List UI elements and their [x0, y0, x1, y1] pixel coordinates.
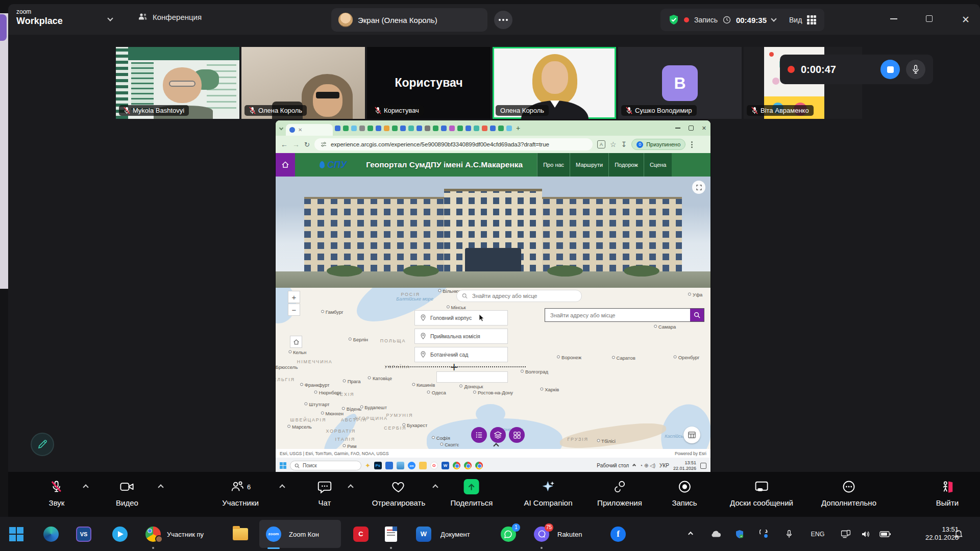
browser-close-button[interactable]: ✕: [702, 125, 706, 132]
browser-tab-favicon[interactable]: [335, 126, 340, 131]
back-icon[interactable]: ←: [281, 140, 288, 148]
place-item-main-building[interactable]: Головний корпус: [414, 310, 508, 325]
desktop-label[interactable]: Рабочий стол: [597, 463, 629, 468]
browser-tab-favicon[interactable]: [400, 126, 406, 131]
chrome-window-label[interactable]: Участник пу: [167, 530, 204, 538]
participant-tile[interactable]: Mykola Bashtovyi: [116, 47, 239, 119]
audio-button[interactable]: Звук: [49, 479, 65, 507]
opera-icon[interactable]: O: [430, 462, 438, 469]
annotation-pencil-button[interactable]: [31, 433, 54, 456]
volume-icon[interactable]: [861, 530, 870, 538]
leave-button[interactable]: Выйти: [936, 479, 959, 507]
start-button[interactable]: [9, 527, 23, 541]
map-area[interactable]: РОСІЯВільнюсМінськБалтійське мореГамбург…: [276, 288, 710, 449]
notification-icon[interactable]: [700, 463, 706, 469]
more-button[interactable]: Дополнительно: [821, 479, 876, 507]
place-item-admissions[interactable]: Приймальна комісія: [414, 329, 508, 344]
zoom-app-icon[interactable]: zoom: [266, 527, 281, 542]
taskbar-clock[interactable]: 13:51 22.01.2026: [925, 525, 959, 543]
browser-tab-favicon[interactable]: [384, 126, 389, 131]
map-home-button[interactable]: [290, 336, 302, 348]
browser-tab-favicon[interactable]: [441, 126, 447, 131]
copilot-icon[interactable]: ✦: [365, 462, 371, 469]
legend-button[interactable]: [471, 427, 487, 443]
download-icon[interactable]: ↧: [621, 140, 627, 148]
layers-button[interactable]: [490, 427, 506, 443]
word-icon[interactable]: W: [416, 527, 431, 542]
react-options-chevron-icon[interactable]: [432, 484, 438, 490]
zoom-app-icon[interactable]: zm: [408, 462, 415, 469]
browser-tab-favicon[interactable]: [408, 126, 414, 131]
zoom-out-button[interactable]: −: [288, 304, 300, 316]
workspace-chevron-icon[interactable]: [107, 15, 113, 21]
view-grid-icon[interactable]: [807, 15, 816, 24]
browser-tab-favicon[interactable]: [376, 126, 381, 131]
browser-tab-favicon[interactable]: [392, 126, 398, 131]
video-options-chevron-icon[interactable]: [158, 484, 163, 490]
chrome-icon[interactable]: [464, 462, 472, 469]
telegram-icon[interactable]: [112, 527, 128, 542]
browser-menu-icon[interactable]: [691, 141, 693, 148]
chat-options-chevron-icon[interactable]: [348, 484, 353, 490]
chrome-icon[interactable]: [453, 462, 460, 469]
browser-tab-favicon[interactable]: [351, 126, 357, 131]
browser-tab-favicon[interactable]: [416, 126, 422, 131]
expand-photo-button[interactable]: [692, 181, 705, 194]
browser-tab-favicon[interactable]: [425, 126, 430, 131]
onedrive-icon[interactable]: [710, 530, 721, 538]
notification-bell-icon[interactable]: z: [954, 530, 963, 539]
browser-tab-favicon[interactable]: [490, 126, 496, 131]
omnibox[interactable]: experience.arcgis.com/experience/5e90089…: [314, 138, 593, 151]
browser-tab-favicon[interactable]: [474, 126, 479, 131]
whatsapp-icon[interactable]: 1: [501, 527, 516, 542]
bookmark-star-icon[interactable]: ☆: [610, 140, 617, 148]
nav-routes[interactable]: Маршрути: [570, 153, 608, 177]
tray-mic-icon[interactable]: [786, 530, 793, 538]
red-c-app-icon[interactable]: C: [353, 527, 369, 542]
participant-tile[interactable]: Олена Король: [241, 47, 365, 119]
browser-tab-favicon[interactable]: [457, 126, 463, 131]
search-submit-button[interactable]: [690, 309, 704, 321]
nav-about[interactable]: Про нас: [537, 153, 570, 177]
folder-icon[interactable]: [419, 462, 427, 469]
shared-lang[interactable]: УКР: [659, 463, 669, 468]
ai-companion-button[interactable]: AI Companion: [524, 479, 572, 507]
visual-studio-icon[interactable]: VS: [76, 527, 91, 542]
sync-icon[interactable]: [760, 530, 769, 539]
browser-tab-favicon[interactable]: [368, 126, 373, 131]
browser-tab-favicon[interactable]: [343, 126, 349, 131]
browser-tab-favicon[interactable]: [449, 126, 455, 131]
document-app-icon[interactable]: [385, 527, 397, 542]
participants-options-chevron-icon[interactable]: [279, 484, 285, 490]
stop-recording-button[interactable]: [880, 60, 900, 79]
map-search-pill[interactable]: [456, 290, 582, 302]
viber-icon[interactable]: 75: [534, 527, 549, 542]
language-indicator[interactable]: ENG: [811, 531, 824, 538]
tray-expand-chevron-icon[interactable]: [689, 532, 693, 536]
battery-icon[interactable]: [879, 531, 891, 537]
reload-icon[interactable]: ↻: [304, 141, 310, 148]
tab-scroll-chevron-icon[interactable]: [279, 126, 283, 130]
apps-button[interactable]: Приложения: [597, 479, 642, 507]
share-screen-button[interactable]: Поделиться: [451, 479, 493, 507]
audio-options-chevron-icon[interactable]: [83, 484, 88, 490]
close-button[interactable]: ✕: [962, 14, 970, 26]
paused-extension-pill[interactable]: 0 Призупинено: [631, 139, 685, 150]
browser-tab-favicon[interactable]: [498, 126, 504, 131]
minimize-button[interactable]: [890, 18, 897, 19]
participant-tile[interactable]: Користувач Користувач: [367, 47, 491, 119]
word-window-label[interactable]: Документ: [440, 530, 470, 538]
translate-icon[interactable]: A: [597, 140, 605, 148]
basemap-gallery-button[interactable]: [509, 427, 525, 443]
map-search-input[interactable]: [471, 292, 576, 299]
table-button[interactable]: [683, 427, 700, 443]
nav-scene[interactable]: Сцена: [644, 153, 672, 177]
tab-conference[interactable]: Конференция: [138, 12, 202, 21]
photoshop-icon[interactable]: Ps: [374, 462, 382, 469]
browser-tab-favicon[interactable]: [482, 126, 487, 131]
participant-tile-active-speaker[interactable]: Олена Король: [493, 47, 616, 119]
site-settings-icon[interactable]: [321, 141, 327, 147]
new-tab-button[interactable]: +: [516, 124, 520, 132]
tab-more-button[interactable]: [494, 11, 512, 29]
tab-screen-share[interactable]: Экран (Олена Король): [331, 8, 487, 32]
